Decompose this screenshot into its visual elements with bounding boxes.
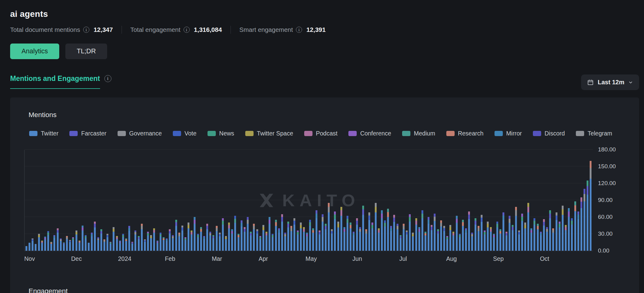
bar[interactable]: [163, 237, 165, 251]
bar[interactable]: [378, 228, 380, 251]
bar[interactable]: [25, 246, 27, 251]
bar[interactable]: [194, 217, 196, 251]
bar[interactable]: [316, 210, 317, 251]
bar[interactable]: [228, 223, 230, 251]
bar[interactable]: [287, 222, 289, 251]
bar[interactable]: [365, 229, 367, 251]
info-icon[interactable]: i: [184, 27, 190, 33]
bar[interactable]: [157, 241, 158, 251]
bar[interactable]: [153, 228, 155, 251]
bar[interactable]: [425, 232, 426, 251]
bar[interactable]: [203, 236, 205, 251]
bar[interactable]: [590, 161, 592, 251]
bar[interactable]: [184, 237, 186, 251]
bar[interactable]: [138, 236, 140, 251]
bar[interactable]: [259, 236, 261, 251]
bar[interactable]: [449, 225, 451, 251]
bar[interactable]: [384, 220, 386, 251]
bar[interactable]: [506, 232, 507, 251]
bar[interactable]: [443, 226, 445, 251]
bar[interactable]: [574, 201, 576, 251]
bar[interactable]: [371, 223, 373, 251]
bar[interactable]: [306, 233, 308, 251]
bar[interactable]: [381, 210, 383, 251]
bar[interactable]: [465, 228, 467, 251]
bar[interactable]: [76, 230, 77, 251]
bar[interactable]: [468, 211, 470, 251]
bar[interactable]: [353, 232, 355, 251]
bar[interactable]: [247, 217, 249, 251]
legend-item-vote[interactable]: Vote: [173, 130, 196, 137]
bar[interactable]: [266, 232, 267, 251]
bar[interactable]: [225, 236, 227, 251]
bar[interactable]: [387, 209, 389, 251]
bar[interactable]: [356, 218, 358, 251]
bar[interactable]: [222, 218, 224, 251]
bar[interactable]: [113, 227, 114, 251]
bar[interactable]: [188, 223, 189, 251]
tab-tldr[interactable]: TL;DR: [65, 44, 107, 59]
bar[interactable]: [147, 232, 149, 251]
bar[interactable]: [85, 235, 87, 251]
bar[interactable]: [478, 226, 479, 251]
bar[interactable]: [571, 218, 573, 251]
bar[interactable]: [44, 237, 46, 251]
bar[interactable]: [206, 224, 208, 251]
bar[interactable]: [362, 206, 364, 251]
bar[interactable]: [515, 207, 517, 251]
bar[interactable]: [484, 230, 486, 251]
bar[interactable]: [290, 226, 292, 251]
info-icon[interactable]: i: [104, 75, 111, 82]
bar[interactable]: [284, 233, 286, 251]
tab-analytics[interactable]: Analytics: [10, 44, 59, 59]
bar[interactable]: [219, 233, 221, 251]
bar[interactable]: [116, 236, 118, 251]
bar[interactable]: [103, 239, 105, 251]
bar[interactable]: [256, 229, 258, 251]
bar[interactable]: [244, 227, 246, 251]
bar[interactable]: [340, 207, 342, 251]
bar[interactable]: [312, 228, 314, 251]
bar[interactable]: [47, 231, 49, 251]
bar[interactable]: [412, 233, 414, 251]
bar[interactable]: [440, 220, 442, 251]
bar[interactable]: [568, 208, 570, 251]
bar[interactable]: [375, 203, 377, 251]
bar[interactable]: [275, 220, 277, 251]
bar[interactable]: [418, 227, 420, 251]
bar[interactable]: [172, 235, 174, 251]
bar[interactable]: [150, 235, 152, 251]
bar[interactable]: [29, 243, 30, 251]
bar[interactable]: [471, 233, 473, 251]
bar[interactable]: [175, 220, 177, 251]
bar[interactable]: [540, 232, 542, 251]
bar[interactable]: [141, 224, 143, 251]
bar[interactable]: [552, 228, 554, 251]
bar[interactable]: [562, 206, 564, 251]
bar[interactable]: [100, 229, 102, 251]
bar[interactable]: [499, 229, 501, 251]
bar[interactable]: [565, 225, 567, 251]
bar[interactable]: [41, 241, 43, 251]
bar[interactable]: [262, 225, 264, 251]
bar[interactable]: [397, 224, 398, 251]
bar[interactable]: [303, 227, 305, 251]
bar[interactable]: [35, 244, 37, 251]
bar[interactable]: [431, 225, 433, 251]
bar[interactable]: [234, 216, 236, 251]
bar[interactable]: [231, 229, 233, 251]
bar[interactable]: [456, 216, 458, 251]
bar[interactable]: [434, 214, 436, 251]
legend-item-medium[interactable]: Medium: [402, 130, 435, 137]
bar[interactable]: [481, 215, 483, 251]
bar[interactable]: [533, 218, 535, 251]
bar[interactable]: [122, 234, 124, 251]
bar[interactable]: [144, 239, 146, 251]
bar[interactable]: [502, 212, 504, 251]
bar[interactable]: [347, 216, 348, 251]
bar[interactable]: [60, 238, 62, 251]
bar[interactable]: [493, 234, 495, 251]
info-icon[interactable]: i: [296, 27, 302, 33]
bar[interactable]: [475, 218, 476, 251]
bar[interactable]: [459, 234, 461, 251]
